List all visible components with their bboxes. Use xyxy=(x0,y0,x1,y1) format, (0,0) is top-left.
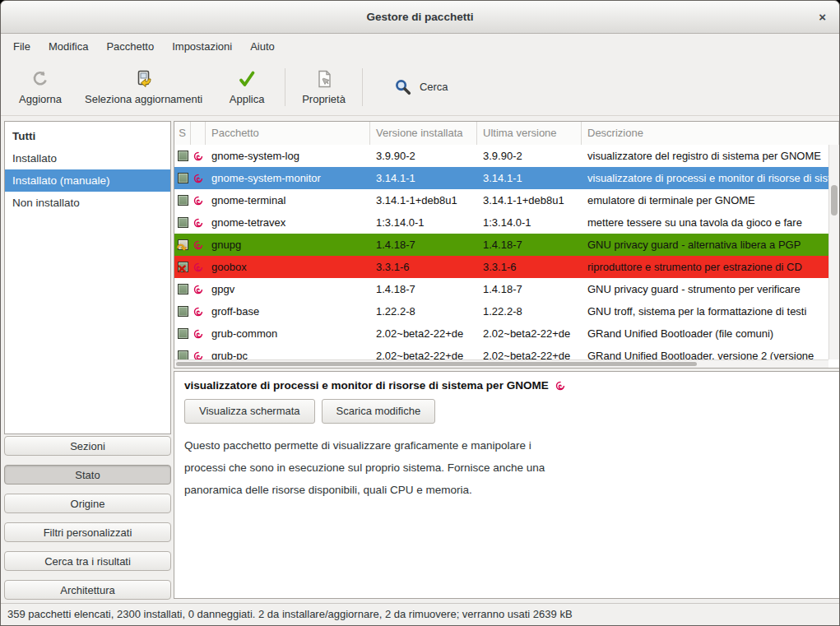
filter-list-item[interactable]: Installato xyxy=(5,147,170,169)
sidebar-filter-mode-button[interactable]: Filtri personalizzati xyxy=(4,522,171,542)
get-changelog-button[interactable]: Scarica modifiche xyxy=(322,399,436,424)
menu-item[interactable]: Impostazioni xyxy=(163,35,241,58)
table-vertical-scrollbar[interactable] xyxy=(828,145,839,359)
status-icon[interactable] xyxy=(178,306,188,317)
menubar: FileModificaPacchettoImpostazioniAiuto xyxy=(1,34,839,58)
debian-swirl-icon xyxy=(193,173,204,184)
status-icon[interactable] xyxy=(178,151,188,161)
description-line: processi che sono in esecuzione sul prop… xyxy=(184,457,829,479)
close-icon[interactable]: × xyxy=(815,1,829,34)
statusbar: 359 pacchetti elencati, 2300 installati,… xyxy=(1,603,839,625)
column-header-installed-version[interactable]: Versione installata xyxy=(370,122,477,145)
column-header-description[interactable]: Descrizione xyxy=(582,122,839,145)
column-header-origin[interactable] xyxy=(191,122,206,145)
window-title: Gestore di pacchetti xyxy=(1,1,839,34)
menu-item[interactable]: Aiuto xyxy=(241,35,284,58)
filter-list-item[interactable]: Tutti xyxy=(5,125,170,147)
sidebar-buttons: SezioniStatoOrigineFiltri personalizzati… xyxy=(4,436,171,609)
sidebar-filter-mode-button[interactable]: Architettura xyxy=(4,580,171,600)
latest-version: 3.3.1-6 xyxy=(477,256,582,278)
latest-version: 1.4.18-7 xyxy=(477,234,582,256)
debian-swirl-icon xyxy=(193,195,204,206)
installed-version: 3.3.1-6 xyxy=(370,256,477,278)
debian-swirl-icon xyxy=(555,380,566,392)
status-icon[interactable] xyxy=(178,284,188,294)
table-row[interactable]: groff-base 1.22.2-8 1.22.2-8 GNU troff, … xyxy=(174,300,839,322)
filter-list-item[interactable]: Installato (manuale) xyxy=(5,169,170,192)
sidebar-filter-mode-button[interactable]: Sezioni xyxy=(4,436,171,456)
search-button-label: Cerca xyxy=(420,81,448,93)
installed-version: 3.14.1-1+deb8u1 xyxy=(370,189,477,211)
installed-version: 3.9.90-2 xyxy=(370,145,477,167)
properties-icon xyxy=(314,69,334,89)
horizontal-scrollbar-thumb[interactable] xyxy=(176,362,697,366)
package-description: visualizzatore del registro di sistema p… xyxy=(582,145,839,167)
installed-version: 3.14.1-1 xyxy=(370,167,477,189)
status-icon[interactable] xyxy=(178,239,188,250)
search-button[interactable]: Cerca xyxy=(386,73,457,101)
sidebar-filter-mode-button[interactable]: Cerca tra i risultati xyxy=(4,551,171,571)
apply-button[interactable]: Applica xyxy=(214,66,280,109)
column-header-package[interactable]: Pacchetto xyxy=(206,122,370,145)
table-row[interactable]: gpgv 1.4.18-7 1.4.18-7 GNU privacy guard… xyxy=(174,278,839,300)
table-row[interactable]: grub-common 2.02~beta2-22+de 2.02~beta2-… xyxy=(174,322,839,345)
table-row[interactable]: gnome-tetravex 1:3.14.0-1 1:3.14.0-1 met… xyxy=(174,211,839,234)
status-icon[interactable] xyxy=(178,328,188,339)
package-description: emulatore di terminale per GNOME xyxy=(582,189,839,211)
refresh-button[interactable]: Aggiorna xyxy=(7,66,73,109)
search-icon xyxy=(394,78,412,96)
select-upgrades-button[interactable]: Seleziona aggiornamenti xyxy=(73,66,214,109)
latest-version: 2.02~beta2-22+de xyxy=(477,322,582,345)
details-title-row: visualizzatore di processi e monitor di … xyxy=(184,379,829,392)
vertical-scrollbar-thumb[interactable] xyxy=(831,185,838,216)
package-description: GRand Unified Bootloader (file comuni) xyxy=(582,322,839,345)
table-horizontal-scrollbar[interactable] xyxy=(174,359,828,368)
details-description: Questo pacchetto permette di visualizzar… xyxy=(184,434,829,501)
table-row[interactable]: goobox 3.3.1-6 3.3.1-6 riproduttore e st… xyxy=(174,256,839,278)
properties-button[interactable]: Proprietà xyxy=(290,66,357,109)
toolbar-button-label: Aggiorna xyxy=(19,93,62,105)
package-name: gpgv xyxy=(206,278,370,300)
status-icon[interactable] xyxy=(178,262,188,272)
select-upgrades-icon xyxy=(134,69,154,89)
latest-version: 1.4.18-7 xyxy=(477,278,582,300)
package-description: GNU privacy guard - strumento per verifi… xyxy=(582,278,839,300)
installed-version: 1.22.2-8 xyxy=(370,300,477,322)
package-name: goobox xyxy=(206,256,370,278)
table-row[interactable]: gnome-system-monitor 3.14.1-1 3.14.1-1 v… xyxy=(174,167,839,189)
filter-list: TuttiInstallatoInstallato (manuale)Non i… xyxy=(4,121,171,434)
apply-check-icon xyxy=(237,69,257,89)
view-screenshot-button[interactable]: Visualizza schermata xyxy=(184,399,315,424)
sidebar-filter-mode-button[interactable]: Origine xyxy=(4,494,171,513)
filter-list-item[interactable]: Non installato xyxy=(5,192,170,214)
menu-item[interactable]: Pacchetto xyxy=(97,35,163,58)
toolbar-separator xyxy=(285,68,285,106)
debian-swirl-icon xyxy=(193,306,204,318)
table-body: gnome-system-log 3.9.90-2 3.9.90-2 visua… xyxy=(174,145,839,367)
package-description: visualizzatore di processi e monitor di … xyxy=(582,167,839,189)
menu-item[interactable]: Modifica xyxy=(39,35,97,58)
toolbar-button-label: Proprietà xyxy=(302,93,346,105)
table-row[interactable]: gnome-terminal 3.14.1-1+deb8u1 3.14.1-1+… xyxy=(174,189,839,211)
description-line: panoramica delle risorse disponibili, qu… xyxy=(184,479,829,501)
package-details-pane: visualizzatore di processi e monitor di … xyxy=(174,371,840,599)
installed-version: 1.4.18-7 xyxy=(370,278,477,300)
package-table: S Pacchetto Versione installata Ultima v… xyxy=(174,121,840,369)
debian-swirl-icon xyxy=(193,284,204,295)
column-header-status[interactable]: S xyxy=(174,122,191,145)
latest-version: 1.22.2-8 xyxy=(477,300,582,322)
package-description: GNU privacy guard - alternativa libera a… xyxy=(582,234,839,256)
menu-item[interactable]: File xyxy=(4,35,39,58)
table-row[interactable]: gnome-system-log 3.9.90-2 3.9.90-2 visua… xyxy=(174,145,839,167)
column-header-latest-version[interactable]: Ultima versione xyxy=(477,122,582,145)
table-row[interactable]: gnupg 1.4.18-7 1.4.18-7 GNU privacy guar… xyxy=(174,234,839,256)
latest-version: 3.14.1-1 xyxy=(477,167,582,189)
debian-swirl-icon xyxy=(193,239,204,251)
debian-swirl-icon xyxy=(193,151,204,162)
status-icon[interactable] xyxy=(178,217,188,228)
status-text: 359 pacchetti elencati, 2300 installati,… xyxy=(7,608,573,620)
status-icon[interactable] xyxy=(178,173,188,183)
package-name: gnupg xyxy=(206,234,370,256)
status-icon[interactable] xyxy=(178,195,188,206)
sidebar-filter-mode-button[interactable]: Stato xyxy=(4,465,171,485)
